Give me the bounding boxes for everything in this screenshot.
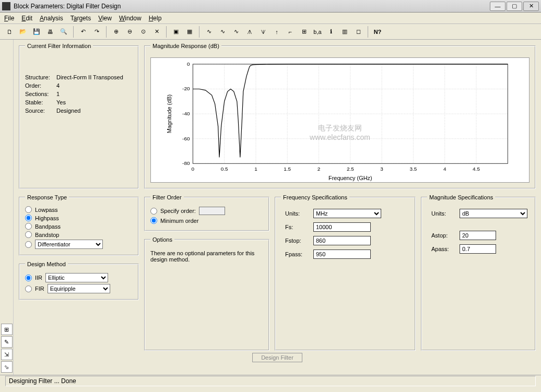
pole-zero-editor-icon[interactable]: ✎	[1, 336, 13, 348]
freq-units-label: Units:	[285, 210, 311, 217]
dmethod-legend: Design Method	[25, 261, 68, 267]
apass-label: Apass:	[431, 246, 457, 252]
frequency-specifications: Frequency Specifications Units:MHz Fs: F…	[275, 194, 416, 351]
stable-value: Yes	[56, 99, 133, 105]
svg-text:0.5: 0.5	[221, 166, 228, 172]
options: Options There are no optional parameters…	[144, 236, 269, 351]
highpass-radio[interactable]: Highpass	[25, 215, 133, 221]
magspec-legend: Magnitude Specifications	[427, 194, 495, 200]
svg-text:4.5: 4.5	[473, 166, 480, 172]
structure-value: Direct-Form II Transposed	[56, 74, 133, 80]
svg-text:0: 0	[187, 61, 190, 67]
phase-resp-icon[interactable]: ∿	[216, 26, 229, 38]
menubar: File Edit Analysis Targets View Window H…	[0, 13, 541, 24]
magnitude-specifications: Magnitude Specifications Units:dB Astop:…	[421, 194, 536, 351]
svg-text:2.5: 2.5	[347, 166, 354, 172]
redo-icon[interactable]: ↷	[90, 26, 103, 38]
round-off-icon[interactable]: ◻	[352, 26, 364, 38]
source-value: Designed	[56, 108, 133, 114]
design-method: Design Method IIR Elliptic FIR Equirippl…	[19, 261, 139, 300]
menu-window[interactable]: Window	[119, 15, 142, 22]
mag-units-select[interactable]: dB	[460, 209, 527, 218]
side-toolbar: ⊞ ✎ ⇲ ⬂	[0, 40, 14, 375]
close-button[interactable]: ✕	[523, 2, 539, 11]
minimize-button[interactable]: —	[490, 2, 505, 11]
help-icon[interactable]: N?	[371, 26, 384, 38]
mag-units-label: Units:	[431, 210, 457, 217]
app-icon	[2, 2, 10, 10]
lowpass-radio[interactable]: Lowpass	[25, 206, 133, 213]
source-label: Source:	[25, 108, 56, 114]
svg-text:3: 3	[380, 166, 383, 172]
new-icon[interactable]: 🗋	[3, 26, 16, 38]
menu-view[interactable]: View	[98, 15, 112, 22]
menu-edit[interactable]: Edit	[21, 15, 32, 22]
specify-order-radio[interactable]: Specify order:	[150, 207, 263, 215]
other-type-select[interactable]: Differentiator	[35, 240, 103, 249]
menu-targets[interactable]: Targets	[70, 15, 91, 22]
print-preview-icon[interactable]: 🔍	[57, 26, 70, 38]
filter-viz-icon[interactable]: ▦	[183, 26, 196, 38]
minimum-order-radio[interactable]: Minimum order	[150, 217, 263, 224]
sections-label: Sections:	[25, 91, 56, 97]
impulse-icon[interactable]: ↑	[270, 26, 283, 38]
phase-delay-icon[interactable]: ⩛	[257, 26, 269, 38]
bandstop-radio[interactable]: Bandstop	[25, 231, 133, 238]
svg-text:Frequency (GHz): Frequency (GHz)	[328, 175, 372, 181]
apass-input[interactable]	[460, 244, 496, 254]
magnitude-response: Magnitude Response (dB) 00.511.522.533.5…	[144, 43, 536, 189]
magphase-icon[interactable]: ∿	[230, 26, 242, 38]
coefficients-icon[interactable]: b,a	[311, 26, 324, 38]
fir-select[interactable]: Equiripple	[48, 284, 110, 293]
fir-radio[interactable]: FIR Equiripple	[25, 284, 133, 293]
svg-text:1.5: 1.5	[284, 166, 291, 172]
structure-label: Structure:	[25, 74, 56, 80]
fpass-input[interactable]	[313, 250, 371, 259]
menu-analysis[interactable]: Analysis	[40, 15, 63, 22]
print-icon[interactable]: 🖶	[44, 26, 56, 38]
filter-order: Filter Order Specify order: Minimum orde…	[144, 194, 269, 231]
menu-file[interactable]: File	[4, 15, 14, 22]
magresp-legend: Magnitude Response (dB)	[150, 43, 221, 49]
fs-input[interactable]	[313, 222, 371, 232]
fstop-input[interactable]	[313, 236, 371, 245]
realize-model-icon[interactable]: ⊞	[1, 324, 13, 335]
undo-icon[interactable]: ↶	[77, 26, 89, 38]
bandpass-radio[interactable]: Bandpass	[25, 223, 133, 230]
filter-specs-icon[interactable]: ▥	[338, 26, 351, 38]
iir-select[interactable]: Elliptic	[45, 273, 108, 282]
maximize-button[interactable]: ▢	[507, 2, 522, 11]
magnitude-plot: 00.511.522.533.544.50-20-40-60-80Frequen…	[151, 58, 529, 182]
open-icon[interactable]: 📂	[17, 26, 29, 38]
design-filter-button[interactable]: Design Filter	[252, 353, 302, 362]
options-text: There are no optional parameters for thi…	[150, 250, 263, 263]
zoom-full-icon[interactable]: ⊙	[137, 26, 149, 38]
svg-text:Magnitude (dB): Magnitude (dB)	[166, 94, 172, 133]
zoom-xy-icon[interactable]: ✕	[150, 26, 163, 38]
menu-help[interactable]: Help	[149, 15, 162, 22]
zoom-in-icon[interactable]: ⊕	[110, 26, 122, 38]
info-icon[interactable]: ℹ	[325, 26, 337, 38]
status-text: Designing Filter ... Done	[5, 376, 536, 386]
iir-radio[interactable]: IIR Elliptic	[25, 273, 133, 282]
specify-order-input[interactable]	[199, 207, 225, 215]
svg-text:-60: -60	[182, 136, 190, 141]
step-icon[interactable]: ⌐	[284, 26, 297, 38]
plot-area[interactable]: 00.511.522.533.544.50-20-40-60-80Frequen…	[150, 57, 530, 183]
group-delay-icon[interactable]: ⩚	[243, 26, 256, 38]
other-type-radio[interactable]: Differentiator	[25, 240, 133, 249]
freqspec-legend: Frequency Specifications	[281, 194, 349, 200]
svg-text:-40: -40	[182, 111, 190, 116]
save-icon[interactable]: 💾	[30, 26, 43, 38]
svg-text:-80: -80	[182, 160, 190, 166]
window-icon[interactable]: ▣	[170, 26, 182, 38]
polezero-icon[interactable]: ⊞	[298, 26, 310, 38]
zoom-out-icon[interactable]: ⊖	[123, 26, 136, 38]
import-filter-icon[interactable]: ⇲	[1, 349, 13, 360]
stable-label: Stable:	[25, 99, 56, 105]
astop-input[interactable]	[460, 231, 496, 240]
design-filter-icon[interactable]: ⬂	[1, 361, 13, 373]
mag-resp-icon[interactable]: ∿	[203, 26, 215, 38]
titlebar: Block Parameters: Digital Filter Design …	[0, 0, 541, 13]
freq-units-select[interactable]: MHz	[313, 209, 381, 218]
